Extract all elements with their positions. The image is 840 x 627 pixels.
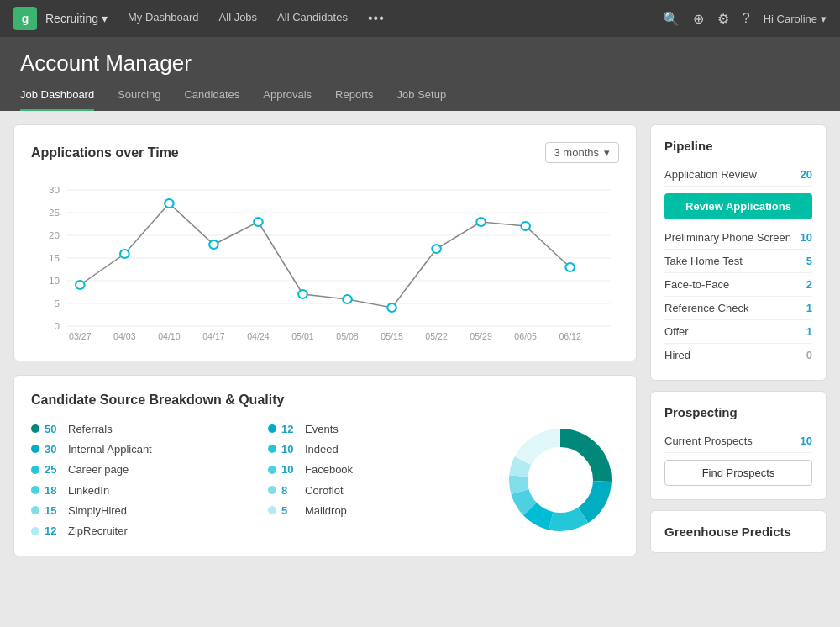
nav-links: My Dashboard All Jobs All Candidates ••• [128,11,385,26]
tab-bar: Job Dashboard Sourcing Candidates Approv… [20,88,820,111]
chart-point [76,281,85,289]
tab-job-setup[interactable]: Job Setup [397,88,447,111]
svg-text:15: 15 [49,253,60,263]
source-count: 50 [45,423,63,435]
source-label: Coroflot [305,484,344,497]
svg-text:05/29: 05/29 [470,332,492,341]
add-icon[interactable]: ⊕ [693,11,704,27]
source-dot [31,424,39,433]
list-item: 15 SimplyHired [31,503,251,518]
list-item: 5 Maildrop [268,503,488,518]
nav-all-jobs[interactable]: All Jobs [219,11,258,26]
source-dot [268,506,276,514]
svg-text:5: 5 [54,298,59,308]
source-dot [268,445,276,453]
source-label: Career page [68,463,129,476]
source-count: 10 [281,463,300,476]
pipeline-row-face-to-face: Face-to-Face 2 [664,273,812,297]
prospects-label: Current Prospects [664,435,753,447]
review-applications-button[interactable]: Review Applications [664,193,812,219]
user-menu[interactable]: Hi Caroline ▾ [764,13,827,25]
chart-point [298,290,307,298]
chart-point [476,218,486,226]
pipeline-row-reference-check: Reference Check 1 [664,297,812,320]
pipeline-row-offer: Offer 1 [664,320,812,344]
chart-header: Applications over Time 3 months ▾ [31,142,619,163]
svg-text:04/24: 04/24 [247,332,270,341]
source-count: 10 [281,443,300,456]
brand-label: Recruiting [45,12,98,25]
chart-point [387,303,396,312]
source-count: 12 [281,423,300,435]
chart-point [209,240,218,249]
pipeline-stage-label: Preliminary Phone Screen [664,231,791,244]
chart-card: Applications over Time 3 months ▾ 30 25 [13,124,637,361]
nav-all-candidates[interactable]: All Candidates [277,11,348,26]
nav-more[interactable]: ••• [368,11,385,26]
source-label: Events [305,423,339,435]
source-dot [268,466,276,474]
greenhouse-predicts-card: Greenhouse Predicts [650,510,827,553]
source-count: 5 [281,504,300,517]
svg-text:25: 25 [49,208,60,218]
svg-text:06/12: 06/12 [559,332,581,341]
time-range-dropdown[interactable]: 3 months ▾ [545,142,619,163]
dropdown-label: 3 months [554,146,599,159]
pipeline-stage-label: Face-to-Face [664,278,729,291]
chart-point [343,295,352,303]
line-chart: 30 25 20 15 10 5 0 [31,173,619,341]
svg-text:20: 20 [49,230,60,240]
pipeline-stage-count: 5 [806,255,812,267]
page-header: Account Manager Job Dashboard Sourcing C… [0,37,840,111]
donut-chart [501,421,619,539]
page-title: Account Manager [20,50,820,76]
pipeline-row-hired: Hired 0 [664,344,812,366]
tab-approvals[interactable]: Approvals [263,88,312,111]
top-nav: g Recruiting ▾ My Dashboard All Jobs All… [0,0,840,37]
source-breakdown-card: Candidate Source Breakdown & Quality 50 … [13,375,637,556]
list-item: 12 ZipRecruiter [31,524,251,539]
tab-job-dashboard[interactable]: Job Dashboard [20,88,94,111]
help-icon[interactable]: ? [743,11,750,26]
list-item: 18 LinkedIn [31,482,251,498]
source-list: 50 Referrals 12 Events 30 Internal Appli… [31,421,488,539]
nav-my-dashboard[interactable]: My Dashboard [128,11,199,26]
search-icon[interactable]: 🔍 [663,11,680,27]
svg-text:05/22: 05/22 [425,332,448,341]
pipeline-stage-count: 1 [806,302,812,314]
chart-title: Applications over Time [31,145,179,161]
pipeline-stage-label: Take Home Test [664,255,743,267]
tab-reports[interactable]: Reports [335,88,374,111]
pipeline-stage-label: Hired [664,349,690,361]
gear-icon[interactable]: ⚙ [717,11,729,27]
svg-text:30: 30 [49,185,60,195]
source-label: Maildrop [305,504,347,517]
source-count: 8 [281,484,300,497]
left-column: Applications over Time 3 months ▾ 30 25 [13,124,637,556]
svg-text:05/08: 05/08 [336,332,359,341]
svg-text:10: 10 [49,276,60,286]
pipeline-stage-count: 20 [801,168,812,181]
greenhouse-predicts-title: Greenhouse Predicts [664,524,812,539]
brand-chevron: ▾ [102,12,108,25]
find-prospects-button[interactable]: Find Prospects [664,460,812,486]
prospects-count: 10 [801,435,812,447]
chart-point [565,263,575,271]
svg-point-34 [528,448,592,512]
tab-candidates[interactable]: Candidates [184,88,239,111]
pipeline-stage-label: Application Review [664,168,757,181]
chart-point [521,222,530,230]
source-label: LinkedIn [68,484,109,497]
pipeline-stage-count: 2 [806,278,812,291]
source-label: ZipRecruiter [68,524,128,537]
svg-text:06/05: 06/05 [514,332,537,341]
logo: g [13,7,37,30]
source-dot [31,486,39,494]
current-prospects-row: Current Prospects 10 [664,429,812,453]
pipeline-stage-count: 0 [806,349,812,361]
brand-nav[interactable]: Recruiting ▾ [45,12,108,25]
pipeline-row-take-home: Take Home Test 5 [664,250,812,273]
chart-point [432,245,441,253]
pipeline-stage-count: 1 [806,325,812,338]
tab-sourcing[interactable]: Sourcing [118,88,160,111]
